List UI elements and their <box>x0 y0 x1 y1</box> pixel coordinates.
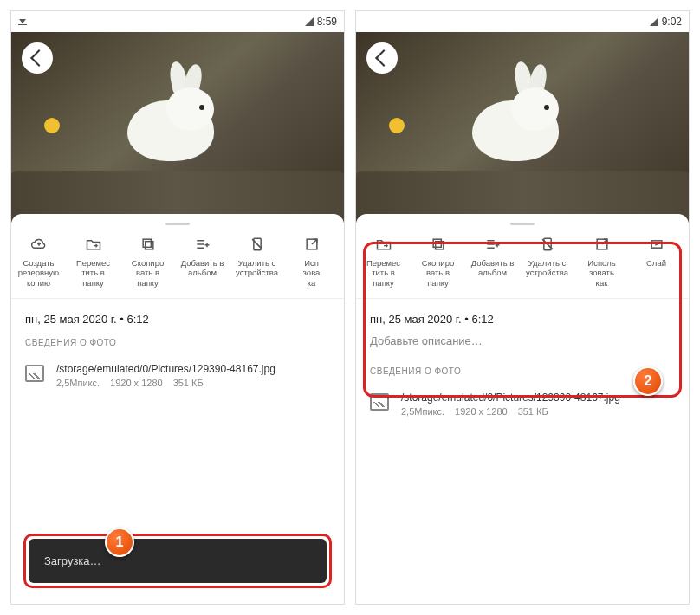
folder-move-icon <box>85 236 102 253</box>
download-icon <box>18 19 27 25</box>
action-label: Исполь зовать как <box>587 258 615 288</box>
phone-left: 8:59 Создать резервную копиюПеремес тить… <box>10 10 345 605</box>
svg-rect-5 <box>433 239 441 247</box>
clock: 9:02 <box>662 16 682 28</box>
actions-row-right: Перемес тить в папкуСкопиро вать в папку… <box>356 232 689 299</box>
svg-rect-0 <box>145 242 152 249</box>
action-label: Скопиро вать в папку <box>132 258 164 288</box>
photo-date: пн, 25 мая 2020 г. • 6:12 <box>356 299 689 331</box>
action-external[interactable]: Исполь зовать как <box>574 236 629 288</box>
callout-badge-1: 1 <box>105 528 134 557</box>
external-icon <box>303 236 321 253</box>
section-header: СВЕДЕНИЯ О ФОТО <box>11 331 344 354</box>
action-list-add[interactable]: Добавить в альбом <box>465 236 520 288</box>
action-label: Исп зова ка <box>303 258 321 288</box>
details-sheet: Перемес тить в папкуСкопиро вать в папку… <box>356 214 689 425</box>
device-x-icon <box>539 236 556 253</box>
arrow-left-icon <box>30 49 48 67</box>
toast-highlight: Загрузка… <box>23 534 332 588</box>
list-add-icon <box>194 236 211 253</box>
image-file-icon <box>25 365 44 382</box>
slides-icon <box>648 236 665 253</box>
copy-icon <box>139 236 157 253</box>
photo-preview[interactable] <box>356 32 689 223</box>
action-slides[interactable]: Слай <box>629 236 684 288</box>
list-add-icon <box>484 236 502 253</box>
toast: Загрузка… <box>29 539 327 583</box>
image-file-icon <box>370 393 389 411</box>
action-label: Слай <box>646 258 666 268</box>
device-x-icon <box>249 236 266 253</box>
svg-rect-1 <box>143 239 151 247</box>
details-sheet: Создать резервную копиюПеремес тить в па… <box>11 214 344 397</box>
action-copy[interactable]: Скопиро вать в папку <box>120 236 175 288</box>
file-meta-left: 2,5Мпикс.1920 x 1280351 КБ <box>56 378 275 388</box>
action-label: Перемес тить в папку <box>366 258 400 288</box>
back-button[interactable] <box>366 42 398 74</box>
callout-badge-2: 2 <box>633 366 663 396</box>
action-copy[interactable]: Скопиро вать в папку <box>411 236 465 288</box>
action-external[interactable]: Исп зова ка <box>284 236 339 288</box>
drag-handle[interactable] <box>165 223 190 225</box>
file-info: /storage/emulated/0/Pictures/129390-4816… <box>11 354 344 397</box>
file-path: /storage/emulated/0/Pictures/129390-4816… <box>401 392 620 404</box>
file-path: /storage/emulated/0/Pictures/129390-4816… <box>56 363 275 375</box>
signal-icon <box>305 17 314 26</box>
status-bar: 9:02 <box>356 11 689 32</box>
signal-icon <box>650 17 658 26</box>
action-device-x[interactable]: Удалить с устройства <box>230 236 284 288</box>
action-label: Удалить с устройства <box>526 258 568 278</box>
description-input[interactable]: Добавьте описание… <box>356 331 689 359</box>
external-icon <box>593 236 611 253</box>
action-folder-move[interactable]: Перемес тить в папку <box>356 236 411 288</box>
action-cloud-up[interactable]: Создать резервную копию <box>11 236 66 288</box>
photo-preview[interactable] <box>11 32 344 223</box>
copy-icon <box>430 236 447 253</box>
file-meta-right: 2,5Мпикс.1920 x 1280351 КБ <box>401 406 620 417</box>
arrow-left-icon <box>375 49 392 67</box>
status-bar: 8:59 <box>11 11 344 32</box>
action-label: Скопиро вать в папку <box>422 258 454 288</box>
action-label: Создать резервную копию <box>18 258 59 288</box>
svg-rect-4 <box>435 242 443 249</box>
back-button[interactable] <box>22 42 53 74</box>
phone-right: 9:02 Перемес тить в папкуСкопиро вать в … <box>355 10 690 605</box>
action-label: Добавить в альбом <box>181 258 224 278</box>
action-list-add[interactable]: Добавить в альбом <box>175 236 230 288</box>
action-label: Добавить в альбом <box>471 258 515 278</box>
action-device-x[interactable]: Удалить с устройства <box>520 236 574 288</box>
photo-date: пн, 25 мая 2020 г. • 6:12 <box>11 299 344 331</box>
action-label: Удалить с устройства <box>236 258 278 278</box>
folder-move-icon <box>375 236 392 253</box>
drag-handle[interactable] <box>510 223 535 225</box>
action-folder-move[interactable]: Перемес тить в папку <box>66 236 120 288</box>
actions-row-left: Создать резервную копиюПеремес тить в па… <box>11 232 344 299</box>
clock: 8:59 <box>317 16 337 28</box>
cloud-up-icon <box>30 236 48 253</box>
action-label: Перемес тить в папку <box>76 258 110 288</box>
